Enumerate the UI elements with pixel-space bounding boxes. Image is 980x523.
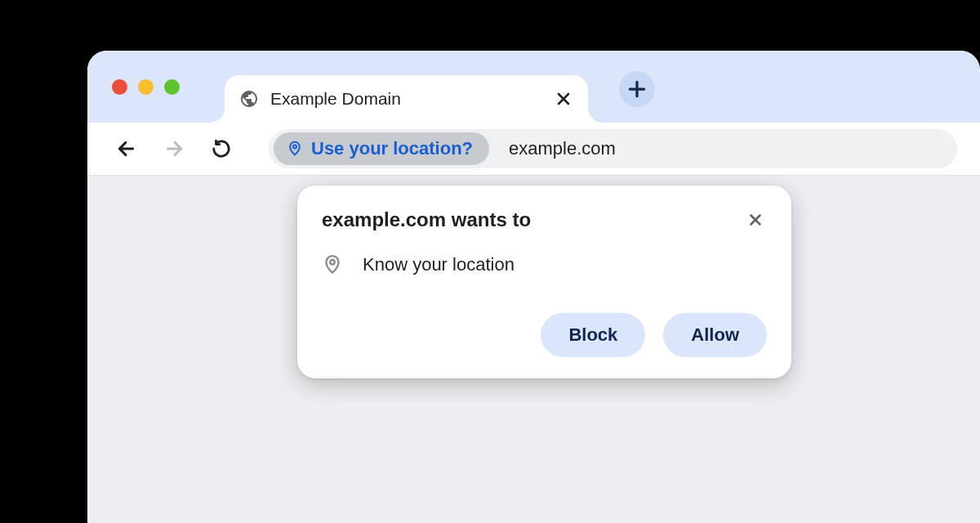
svg-point-1 bbox=[330, 260, 334, 264]
browser-tab[interactable]: Example Domain bbox=[225, 75, 588, 123]
popup-body: Know your location bbox=[322, 254, 767, 275]
popup-actions: Block Allow bbox=[322, 313, 767, 357]
new-tab-button[interactable] bbox=[619, 71, 655, 107]
permission-description: Know your location bbox=[363, 254, 514, 275]
window-controls bbox=[112, 79, 180, 95]
location-pin-icon bbox=[287, 141, 303, 157]
address-bar[interactable]: Use your location? example.com bbox=[269, 129, 957, 168]
window-minimize-button[interactable] bbox=[138, 79, 154, 95]
browser-window: Example Domain Use your location? bbox=[87, 51, 980, 523]
svg-point-0 bbox=[293, 145, 296, 148]
block-button[interactable]: Block bbox=[541, 313, 645, 357]
globe-icon bbox=[239, 89, 259, 109]
popup-title: example.com wants to bbox=[322, 208, 531, 231]
tab-title: Example Domain bbox=[270, 89, 554, 109]
window-close-button[interactable] bbox=[112, 79, 127, 95]
tab-strip: Example Domain bbox=[87, 51, 980, 123]
location-chip-label: Use your location? bbox=[311, 138, 473, 159]
popup-header: example.com wants to bbox=[322, 208, 767, 231]
location-pin-icon bbox=[322, 254, 343, 275]
permission-popup: example.com wants to Know your location … bbox=[297, 186, 791, 378]
back-button[interactable] bbox=[110, 132, 143, 165]
reload-button[interactable] bbox=[205, 132, 238, 165]
tab-close-button[interactable] bbox=[554, 89, 573, 109]
window-maximize-button[interactable] bbox=[164, 79, 180, 95]
url-text: example.com bbox=[509, 138, 616, 159]
popup-close-button[interactable] bbox=[744, 208, 767, 231]
allow-button[interactable]: Allow bbox=[663, 313, 767, 357]
toolbar: Use your location? example.com bbox=[87, 123, 980, 176]
forward-button[interactable] bbox=[158, 132, 190, 165]
location-permission-chip[interactable]: Use your location? bbox=[274, 132, 489, 165]
